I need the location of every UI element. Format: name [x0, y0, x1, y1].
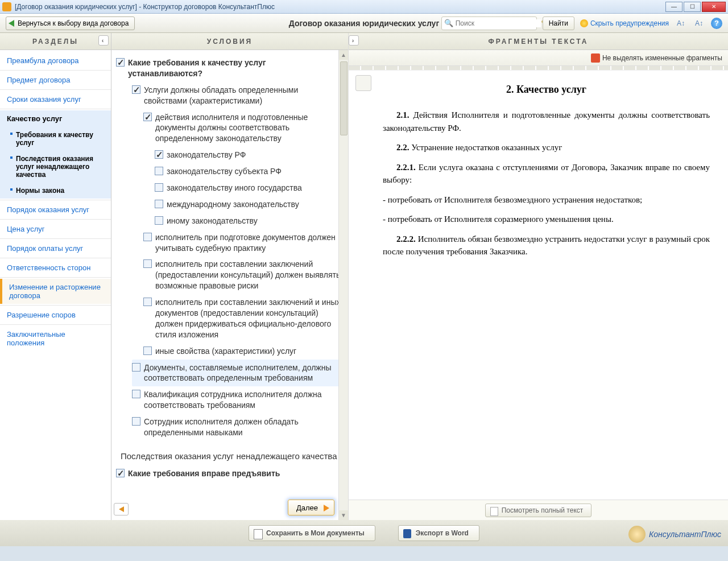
sidebar-item-subject[interactable]: Предмет договора [0, 72, 111, 88]
window-title: [Договор оказания юридических услуг] - К… [15, 3, 665, 11]
condition-row[interactable]: Документы, составляемые исполнителем, до… [132, 360, 344, 387]
condition-row[interactable]: исполнитель при составлении заключений и… [143, 294, 344, 343]
sidebar-item-final[interactable]: Заключительные положения [0, 326, 111, 351]
conditions-header: УСЛОВИЯ [111, 33, 348, 50]
condition-row[interactable]: иному законодательству [155, 213, 344, 229]
document-text: 2. Качество услуг 2.1. Действия Исполнит… [349, 71, 728, 500]
condition-label: действия исполнителя и подготовленные до… [155, 112, 341, 145]
condition-row[interactable]: законодательству РФ [155, 147, 344, 163]
conditions-body: Какие требования к качеству услуг устана… [111, 50, 348, 520]
next-button[interactable]: Далее [288, 500, 334, 515]
condition-row[interactable]: Какие требования вправе предъявить [116, 465, 344, 482]
condition-label: Услуги должны обладать определенными сво… [144, 85, 341, 106]
font-size-up-button[interactable]: A↕ [675, 17, 687, 30]
font-size-down-button[interactable]: A↕ [693, 17, 705, 30]
warning-icon [580, 19, 588, 27]
sidebar-item-order[interactable]: Порядок оказания услуг [0, 201, 111, 218]
close-button[interactable]: ✕ [702, 2, 726, 12]
p22-text: Устранение недостатков оказанных услуг [411, 143, 562, 152]
checkbox[interactable] [132, 390, 140, 398]
search-input[interactable] [456, 19, 541, 27]
checkbox[interactable] [116, 469, 125, 477]
no-highlight-link[interactable]: Не выделять измененные фрагменты [591, 53, 722, 63]
help-button[interactable]: ? [711, 18, 722, 29]
condition-label: Документы, составляемые исполнителем, до… [144, 362, 341, 384]
no-highlight-label: Не выделять измененные фрагменты [602, 54, 722, 62]
conditions-subheading: Последствия оказания услуг ненадлежащего… [116, 444, 344, 465]
condition-row[interactable]: законодательству иного государства [155, 180, 344, 196]
condition-row[interactable]: Сотрудник исполнителя должен обладать оп… [132, 414, 344, 441]
sidebar-item-price[interactable]: Цена услуг [0, 221, 111, 237]
condition-row[interactable]: исполнитель при составлении заключений (… [143, 256, 344, 294]
scroll-down-icon[interactable]: ▼ [339, 510, 348, 520]
checkbox[interactable] [155, 200, 163, 208]
checkbox[interactable] [132, 363, 140, 372]
conditions-scrollbar[interactable]: ▲ ▼ [338, 50, 348, 520]
bullet-1: - потребовать от Исполнителя безвозмездн… [383, 193, 710, 207]
sidebar-item-disputes[interactable]: Разрешение споров [0, 307, 111, 323]
checkbox[interactable] [155, 216, 163, 225]
hide-warnings-link[interactable]: Скрыть предупреждения [580, 19, 669, 27]
maximize-button[interactable]: ☐ [684, 2, 701, 12]
checkbox[interactable] [143, 233, 152, 241]
checkbox[interactable] [132, 85, 140, 94]
view-full-text-button[interactable]: Посмотреть полный текст [485, 504, 592, 517]
sidebar-item-terms[interactable]: Сроки оказания услуг [0, 91, 111, 108]
checkbox[interactable] [143, 259, 152, 268]
minimize-button[interactable]: — [665, 2, 682, 12]
checkbox[interactable] [155, 167, 163, 175]
condition-label: Какие требования к качеству услуг устана… [128, 57, 341, 79]
condition-label: Квалификация сотрудника исполнителя долж… [144, 389, 341, 411]
condition-label: законодательству иного государства [167, 183, 302, 193]
condition-row[interactable]: исполнитель при подготовке документов до… [143, 229, 344, 257]
conditions-header-label: УСЛОВИЯ [207, 38, 253, 46]
conditions-panel: УСЛОВИЯ Какие требования к качеству услу… [111, 33, 348, 520]
sidebar-item-responsibility[interactable]: Ответственность сторон [0, 259, 111, 276]
condition-row[interactable]: международному законодательству [155, 196, 344, 213]
sidebar-item-quality[interactable]: Качество услуг [0, 110, 111, 127]
find-button[interactable]: Найти [543, 16, 574, 30]
condition-row[interactable]: Квалификация сотрудника исполнителя долж… [132, 386, 344, 414]
export-word-button[interactable]: Экспорт в Word [398, 525, 479, 541]
sidebar-sub-requirements[interactable]: Требования к качеству услуг [0, 127, 111, 151]
condition-row[interactable]: иные свойства (характеристики) услуг [143, 343, 344, 360]
bottom-bar: Сохранить в Мои документы Экспорт в Word… [0, 520, 728, 546]
p22-num: 2.2. [396, 143, 410, 152]
condition-label: исполнитель при подготовке документов до… [155, 232, 341, 254]
sidebar-sub-law[interactable]: Нормы закона [0, 183, 111, 199]
sidebar-item-payment[interactable]: Порядок оплаты услуг [0, 240, 111, 257]
condition-row[interactable]: Услуги должны обладать определенными сво… [132, 82, 344, 109]
prev-condition-button[interactable] [114, 503, 129, 515]
condition-row[interactable]: законодательству субъекта РФ [155, 163, 344, 180]
condition-label: исполнитель при составлении заключений (… [155, 259, 341, 291]
toolbar: Вернуться к выбору вида договора Договор… [0, 14, 728, 33]
back-button-label: Вернуться к выбору вида договора [18, 19, 129, 27]
scroll-up-icon[interactable]: ▲ [339, 50, 348, 60]
sections-header-label: РАЗДЕЛЫ [32, 38, 78, 46]
document-icon[interactable] [355, 75, 371, 91]
condition-row[interactable]: Какие требования к качеству услуг устана… [116, 55, 344, 82]
search-box[interactable]: 🔍 ✎ [441, 16, 537, 30]
checkbox[interactable] [143, 298, 152, 306]
collapse-sections-button[interactable]: ‹ [98, 35, 109, 46]
sidebar-item-amendment[interactable]: Изменение и расторжение договора [0, 279, 111, 304]
checkbox[interactable] [116, 58, 125, 67]
doc-heading: 2. Качество услуг [383, 82, 710, 97]
brand-icon [628, 526, 646, 543]
checkbox[interactable] [143, 346, 152, 355]
sections-list: Преамбула договора Предмет договора Срок… [0, 50, 111, 520]
checkbox[interactable] [155, 183, 163, 192]
condition-row[interactable]: действия исполнителя и подготовленные до… [143, 109, 344, 147]
sidebar-sub-consequences[interactable]: Последствия оказания услуг ненадлежащего… [0, 151, 111, 183]
checkbox[interactable] [132, 417, 140, 426]
expand-fragments-button[interactable]: › [349, 35, 359, 46]
p222-text: Исполнитель обязан безвозмездно устранит… [383, 234, 710, 257]
checkbox[interactable] [143, 113, 152, 121]
back-to-contract-type-button[interactable]: Вернуться к выбору вида договора [6, 16, 135, 30]
fragments-footer: Посмотреть полный текст [349, 500, 728, 520]
sidebar-item-preamble[interactable]: Преамбула договора [0, 52, 111, 69]
condition-label: законодательству РФ [167, 150, 246, 160]
checkbox[interactable] [155, 150, 163, 159]
scroll-thumb[interactable] [340, 61, 348, 135]
save-to-my-docs-button[interactable]: Сохранить в Мои документы [249, 525, 375, 541]
